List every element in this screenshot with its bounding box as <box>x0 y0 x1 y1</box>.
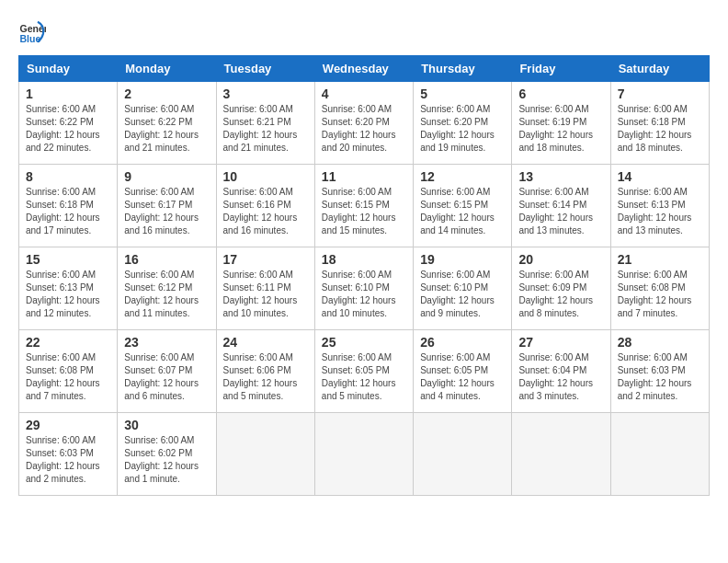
day-info: Sunrise: 6:00 AM Sunset: 6:05 PM Dayligh… <box>322 351 406 403</box>
calendar-cell: 13Sunrise: 6:00 AM Sunset: 6:14 PM Dayli… <box>512 165 610 247</box>
calendar-cell: 21Sunrise: 6:00 AM Sunset: 6:08 PM Dayli… <box>610 247 709 330</box>
day-info: Sunrise: 6:00 AM Sunset: 6:03 PM Dayligh… <box>618 351 702 403</box>
day-number: 3 <box>223 86 308 101</box>
calendar-cell: 29Sunrise: 6:00 AM Sunset: 6:03 PM Dayli… <box>19 413 118 496</box>
day-info: Sunrise: 6:00 AM Sunset: 6:15 PM Dayligh… <box>420 186 505 237</box>
calendar-cell: 12Sunrise: 6:00 AM Sunset: 6:15 PM Dayli… <box>414 165 512 247</box>
logo-icon: General Blue <box>18 18 46 46</box>
calendar-header-row: SundayMondayTuesdayWednesdayThursdayFrid… <box>19 56 710 82</box>
day-info: Sunrise: 6:00 AM Sunset: 6:20 PM Dayligh… <box>420 103 505 155</box>
calendar-cell: 19Sunrise: 6:00 AM Sunset: 6:10 PM Dayli… <box>414 247 512 330</box>
calendar-cell: 4Sunrise: 6:00 AM Sunset: 6:20 PM Daylig… <box>314 82 413 165</box>
day-info: Sunrise: 6:00 AM Sunset: 6:19 PM Dayligh… <box>518 103 603 155</box>
weekday-header-wednesday: Wednesday <box>314 56 413 82</box>
calendar-week-3: 15Sunrise: 6:00 AM Sunset: 6:13 PM Dayli… <box>19 247 710 330</box>
calendar-cell: 24Sunrise: 6:00 AM Sunset: 6:06 PM Dayli… <box>216 330 314 413</box>
calendar-cell: 30Sunrise: 6:00 AM Sunset: 6:02 PM Dayli… <box>118 413 216 496</box>
day-info: Sunrise: 6:00 AM Sunset: 6:22 PM Dayligh… <box>124 103 209 155</box>
day-number: 13 <box>518 169 603 184</box>
day-number: 23 <box>124 335 209 350</box>
day-info: Sunrise: 6:00 AM Sunset: 6:18 PM Dayligh… <box>26 186 110 237</box>
day-number: 8 <box>26 169 110 184</box>
day-info: Sunrise: 6:00 AM Sunset: 6:10 PM Dayligh… <box>420 269 505 320</box>
day-number: 29 <box>26 418 110 432</box>
day-number: 28 <box>618 335 702 350</box>
day-info: Sunrise: 6:00 AM Sunset: 6:02 PM Dayligh… <box>124 434 209 486</box>
day-info: Sunrise: 6:00 AM Sunset: 6:09 PM Dayligh… <box>518 269 603 320</box>
calendar-cell: 20Sunrise: 6:00 AM Sunset: 6:09 PM Dayli… <box>512 247 610 330</box>
day-number: 6 <box>518 86 603 101</box>
weekday-header-sunday: Sunday <box>19 56 118 82</box>
day-number: 14 <box>618 169 702 184</box>
day-info: Sunrise: 6:00 AM Sunset: 6:10 PM Dayligh… <box>322 269 406 320</box>
day-info: Sunrise: 6:00 AM Sunset: 6:03 PM Dayligh… <box>26 434 110 486</box>
logo: General Blue <box>18 18 50 46</box>
calendar-cell: 11Sunrise: 6:00 AM Sunset: 6:15 PM Dayli… <box>314 165 413 247</box>
calendar-table: SundayMondayTuesdayWednesdayThursdayFrid… <box>18 55 710 496</box>
calendar-cell: 16Sunrise: 6:00 AM Sunset: 6:12 PM Dayli… <box>118 247 216 330</box>
calendar-cell: 1Sunrise: 6:00 AM Sunset: 6:22 PM Daylig… <box>19 82 118 165</box>
calendar-cell: 27Sunrise: 6:00 AM Sunset: 6:04 PM Dayli… <box>512 330 610 413</box>
day-info: Sunrise: 6:00 AM Sunset: 6:06 PM Dayligh… <box>223 351 308 403</box>
day-info: Sunrise: 6:00 AM Sunset: 6:20 PM Dayligh… <box>322 103 406 155</box>
day-info: Sunrise: 6:00 AM Sunset: 6:07 PM Dayligh… <box>124 351 209 403</box>
day-info: Sunrise: 6:00 AM Sunset: 6:18 PM Dayligh… <box>618 103 702 155</box>
day-number: 15 <box>26 252 110 267</box>
day-number: 9 <box>124 169 209 184</box>
day-info: Sunrise: 6:00 AM Sunset: 6:08 PM Dayligh… <box>618 269 702 320</box>
day-number: 7 <box>618 86 702 101</box>
calendar-cell <box>314 413 413 496</box>
calendar-cell <box>414 413 512 496</box>
day-info: Sunrise: 6:00 AM Sunset: 6:12 PM Dayligh… <box>124 269 209 320</box>
day-info: Sunrise: 6:00 AM Sunset: 6:11 PM Dayligh… <box>223 269 308 320</box>
day-number: 2 <box>124 86 209 101</box>
calendar-cell: 5Sunrise: 6:00 AM Sunset: 6:20 PM Daylig… <box>414 82 512 165</box>
calendar-cell <box>512 413 610 496</box>
svg-text:Blue: Blue <box>20 33 41 44</box>
calendar-cell: 8Sunrise: 6:00 AM Sunset: 6:18 PM Daylig… <box>19 165 118 247</box>
day-info: Sunrise: 6:00 AM Sunset: 6:16 PM Dayligh… <box>223 186 308 237</box>
day-number: 19 <box>420 252 505 267</box>
calendar-week-5: 29Sunrise: 6:00 AM Sunset: 6:03 PM Dayli… <box>19 413 710 496</box>
calendar-cell: 23Sunrise: 6:00 AM Sunset: 6:07 PM Dayli… <box>118 330 216 413</box>
calendar-cell: 15Sunrise: 6:00 AM Sunset: 6:13 PM Dayli… <box>19 247 118 330</box>
weekday-header-friday: Friday <box>512 56 610 82</box>
day-number: 21 <box>618 252 702 267</box>
calendar-cell <box>610 413 709 496</box>
calendar-cell: 25Sunrise: 6:00 AM Sunset: 6:05 PM Dayli… <box>314 330 413 413</box>
day-number: 22 <box>26 335 110 350</box>
day-info: Sunrise: 6:00 AM Sunset: 6:14 PM Dayligh… <box>518 186 603 237</box>
day-number: 4 <box>322 86 406 101</box>
day-number: 17 <box>223 252 308 267</box>
day-number: 10 <box>223 169 308 184</box>
calendar-week-1: 1Sunrise: 6:00 AM Sunset: 6:22 PM Daylig… <box>19 82 710 165</box>
day-number: 1 <box>26 86 110 101</box>
day-number: 16 <box>124 252 209 267</box>
day-info: Sunrise: 6:00 AM Sunset: 6:04 PM Dayligh… <box>518 351 603 403</box>
day-number: 27 <box>518 335 603 350</box>
day-info: Sunrise: 6:00 AM Sunset: 6:13 PM Dayligh… <box>26 269 110 320</box>
weekday-header-monday: Monday <box>118 56 216 82</box>
day-info: Sunrise: 6:00 AM Sunset: 6:05 PM Dayligh… <box>420 351 505 403</box>
day-info: Sunrise: 6:00 AM Sunset: 6:15 PM Dayligh… <box>322 186 406 237</box>
calendar-cell: 28Sunrise: 6:00 AM Sunset: 6:03 PM Dayli… <box>610 330 709 413</box>
page-header: General Blue <box>18 18 710 46</box>
calendar-cell: 10Sunrise: 6:00 AM Sunset: 6:16 PM Dayli… <box>216 165 314 247</box>
day-info: Sunrise: 6:00 AM Sunset: 6:08 PM Dayligh… <box>26 351 110 403</box>
weekday-header-thursday: Thursday <box>414 56 512 82</box>
day-number: 26 <box>420 335 505 350</box>
day-number: 11 <box>322 169 406 184</box>
calendar-cell <box>216 413 314 496</box>
calendar-cell: 2Sunrise: 6:00 AM Sunset: 6:22 PM Daylig… <box>118 82 216 165</box>
day-number: 24 <box>223 335 308 350</box>
day-info: Sunrise: 6:00 AM Sunset: 6:22 PM Dayligh… <box>26 103 110 155</box>
calendar-cell: 3Sunrise: 6:00 AM Sunset: 6:21 PM Daylig… <box>216 82 314 165</box>
day-number: 20 <box>518 252 603 267</box>
calendar-cell: 9Sunrise: 6:00 AM Sunset: 6:17 PM Daylig… <box>118 165 216 247</box>
calendar-cell: 14Sunrise: 6:00 AM Sunset: 6:13 PM Dayli… <box>610 165 709 247</box>
calendar-week-4: 22Sunrise: 6:00 AM Sunset: 6:08 PM Dayli… <box>19 330 710 413</box>
day-number: 18 <box>322 252 406 267</box>
day-number: 30 <box>124 418 209 432</box>
calendar-cell: 7Sunrise: 6:00 AM Sunset: 6:18 PM Daylig… <box>610 82 709 165</box>
day-info: Sunrise: 6:00 AM Sunset: 6:13 PM Dayligh… <box>618 186 702 237</box>
